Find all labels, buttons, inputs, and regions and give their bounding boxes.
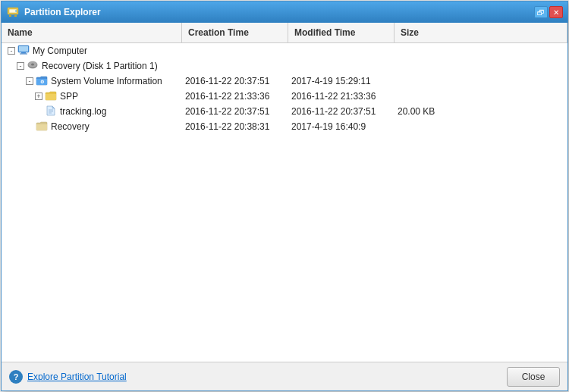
node-label: System Volume Information [51,76,162,86]
tree-row[interactable]: + SPP 2016-11-22 21:33:36 [2,89,567,104]
cell-creation: 2016-11-22 20:38:31 [182,118,288,136]
tree-row[interactable]: tracking.log 2016-11-22 20:37:51 2016-11… [2,104,567,119]
cell-name: Recovery [2,118,182,136]
special-folder-icon: ⚙ [36,74,48,89]
tree-row[interactable]: - Recovery (Disk 1 Partition 1) [2,58,567,74]
node-label: Recovery (Disk 1 Partition 1) [42,61,158,71]
cell-size [395,118,567,136]
svg-point-4 [15,11,17,12]
title-bar: Partition Explorer 🗗 ✕ [2,2,567,23]
svg-rect-2 [9,15,11,17]
col-header-modified: Modified Time [288,23,395,42]
window-icon [6,5,20,19]
folder-icon [45,89,57,104]
drive-icon [27,59,39,74]
footer-left: ? Explore Partition Tutorial [9,370,127,384]
column-headers: Name Creation Time Modified Time Size [2,23,567,43]
cell-modified: 2017-4-19 16:40:9 [288,118,395,136]
spacer [26,123,33,130]
tree-body[interactable]: - My Computer [2,43,567,362]
svg-rect-7 [21,52,26,54]
title-close-button[interactable]: ✕ [549,6,563,18]
node-label: SPP [60,91,78,102]
svg-rect-8 [20,53,27,54]
content-area: Name Creation Time Modified Time Size - [2,23,567,362]
expand-icon[interactable]: + [35,93,42,100]
tree-row[interactable]: - My Computer [2,43,567,58]
node-label: Recovery [51,121,90,132]
window-title: Partition Explorer [24,7,534,17]
col-header-creation: Creation Time [182,23,288,42]
node-label: tracking.log [60,106,106,117]
node-label: My Computer [33,45,87,56]
window-controls: 🗗 ✕ [534,6,563,18]
tutorial-link[interactable]: Explore Partition Tutorial [27,372,127,382]
help-icon[interactable]: ? [9,370,23,384]
file-icon [45,105,57,119]
partition-explorer-window: Partition Explorer 🗗 ✕ Name Creation Tim… [1,1,568,391]
svg-point-11 [31,63,34,65]
footer: ? Explore Partition Tutorial Close [2,362,567,390]
col-header-name: Name [2,23,182,42]
tree-row[interactable]: Recovery 2016-11-22 20:38:31 2017-4-19 1… [2,119,567,134]
restore-button[interactable]: 🗗 [534,6,548,18]
tree-row[interactable]: - ⚙ System Volume Information [2,74,567,89]
svg-rect-3 [14,15,17,17]
close-button[interactable]: Close [507,367,560,387]
expand-icon[interactable]: - [26,77,33,85]
svg-rect-6 [19,46,28,52]
spacer [35,108,42,115]
expand-icon[interactable]: - [8,47,15,55]
computer-icon [17,44,30,58]
folder-gray-icon [36,120,48,134]
expand-icon[interactable]: - [17,62,24,70]
col-header-size: Size [395,23,567,42]
